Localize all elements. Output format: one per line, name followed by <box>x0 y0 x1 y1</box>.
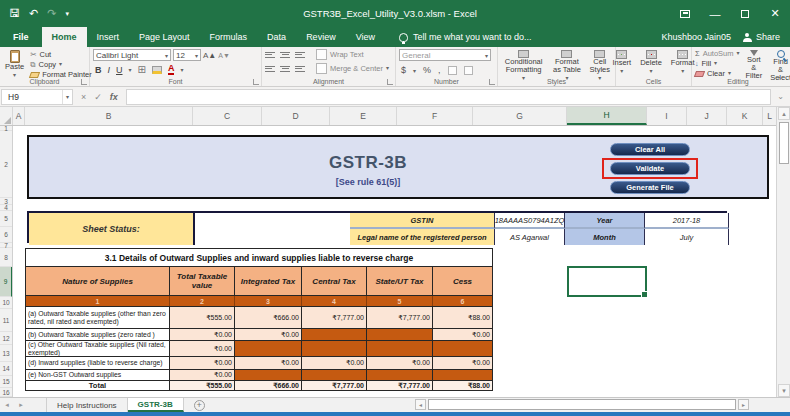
enter-icon[interactable]: ✓ <box>94 92 102 102</box>
maximize-icon[interactable] <box>730 0 760 27</box>
sheet-nav-right-icon[interactable]: ▸ <box>14 398 28 412</box>
align-left-icon[interactable] <box>265 64 275 73</box>
row-header-11[interactable]: 11 <box>0 309 12 332</box>
row-header-2[interactable]: 2 <box>0 131 12 198</box>
font-size-combo[interactable]: 12▾ <box>173 49 201 61</box>
font-name-combo[interactable]: Calibri Light▾ <box>93 49 171 61</box>
minimize-icon[interactable]: — <box>700 0 730 27</box>
align-center-icon[interactable] <box>280 64 290 73</box>
column-header-a[interactable]: A <box>13 107 25 125</box>
row-d-sgst-cell[interactable]: ₹0.00 <box>367 357 433 369</box>
vertical-scrollbar[interactable]: ▴ ▾ <box>776 107 790 397</box>
fill-color-icon[interactable] <box>152 66 162 74</box>
gstin-label-cell[interactable]: GSTIN <box>350 213 495 229</box>
number-format-combo[interactable]: General▾ <box>399 49 491 61</box>
autosum-button[interactable]: ΣAutoSum▾ <box>695 49 740 58</box>
tab-review[interactable]: Review <box>296 27 346 47</box>
legal-name-label-cell[interactable]: Legal name of the registered person <box>350 229 495 245</box>
worksheet[interactable]: 1 2 3 4 5 6 7 8 9 10 11 12 13 14 15 16 G… <box>0 126 776 397</box>
tab-data[interactable]: Data <box>257 27 296 47</box>
row-e-taxable-value-cell[interactable]: ₹0.00 <box>170 370 235 380</box>
row-b-cess-cell[interactable]: ₹0.00 <box>433 329 492 340</box>
insert-function-icon[interactable]: fx <box>110 92 118 102</box>
comma-style-icon[interactable]: , <box>438 65 441 75</box>
ribbon-display-options-icon[interactable] <box>670 0 700 27</box>
clipboard-dialog-launcher-icon[interactable] <box>81 79 87 85</box>
column-header-g[interactable]: G <box>473 107 567 125</box>
close-icon[interactable]: ✕ <box>760 0 790 27</box>
qat-customize-icon[interactable]: ▾ <box>65 8 69 19</box>
align-top-icon[interactable] <box>265 50 275 59</box>
borders-icon[interactable]: ⊞ <box>138 64 146 75</box>
increase-decimal-icon[interactable] <box>448 66 457 75</box>
fill-button[interactable]: ↓Fill▾ <box>695 59 740 68</box>
merge-center-button[interactable]: Merge & Center▾ <box>316 63 389 74</box>
number-dialog-launcher-icon[interactable] <box>489 79 495 85</box>
clear-all-button[interactable]: Clear All <box>610 143 690 156</box>
shrink-font-icon[interactable]: A▼ <box>218 52 230 59</box>
vscroll-down-icon[interactable]: ▾ <box>778 384 790 397</box>
align-middle-icon[interactable] <box>280 50 290 59</box>
sheet-tab-gstr-3b[interactable]: GSTR-3B <box>128 398 184 412</box>
horizontal-scrollbar[interactable]: ◂ ▸ <box>415 399 777 410</box>
month-label-cell[interactable]: Month <box>565 229 645 245</box>
percent-style-icon[interactable]: % <box>423 65 431 75</box>
row-d-igst-cell[interactable]: ₹0.00 <box>235 357 302 369</box>
formula-input[interactable] <box>126 89 771 105</box>
legal-name-value-cell[interactable]: AS Agarwal <box>495 229 565 245</box>
year-value-cell[interactable]: 2017-18 <box>645 213 729 229</box>
decrease-decimal-icon[interactable] <box>464 66 473 75</box>
collapse-ribbon-icon[interactable]: ⌃ <box>776 76 782 84</box>
month-value-cell[interactable]: July <box>645 229 729 245</box>
align-bottom-icon[interactable] <box>295 50 305 59</box>
row-a-igst-cell[interactable]: ₹666.00 <box>235 307 302 328</box>
row-d-cgst-cell[interactable]: ₹0.00 <box>302 357 367 369</box>
row-header-9[interactable]: 9 <box>0 267 12 297</box>
tab-file[interactable]: File <box>0 27 42 47</box>
row-a-taxable-value-cell[interactable]: ₹555.00 <box>170 307 235 328</box>
grow-font-icon[interactable]: A▲ <box>203 51 216 60</box>
copy-button[interactable]: ⧉Copy ▾ <box>30 60 92 69</box>
undo-icon[interactable]: ↶ <box>29 8 38 19</box>
cancel-icon[interactable]: × <box>81 92 86 102</box>
tell-me-box[interactable]: Tell me what you want to do... <box>399 27 532 47</box>
name-box-caret-icon[interactable]: ▾ <box>62 90 72 104</box>
redo-icon[interactable]: ↷ <box>47 8 56 19</box>
tab-page-layout[interactable]: Page Layout <box>129 27 200 47</box>
column-header-i[interactable]: I <box>647 107 687 125</box>
format-as-table-button[interactable]: Format as Table ▾ <box>550 49 583 76</box>
hscroll-thumb[interactable] <box>428 399 736 410</box>
wrap-text-button[interactable]: Wrap Text <box>316 49 364 60</box>
expand-formula-bar-icon[interactable]: ⌄ <box>771 92 790 101</box>
column-header-j[interactable]: J <box>687 107 727 125</box>
underline-caret-icon[interactable]: ▾ <box>129 66 132 73</box>
column-header-b[interactable]: B <box>25 107 193 125</box>
underline-button[interactable]: U <box>116 65 123 75</box>
tab-insert[interactable]: Insert <box>87 27 130 47</box>
new-sheet-icon[interactable]: + <box>194 400 205 411</box>
delete-cells-button[interactable]: Delete ▾ <box>638 49 664 76</box>
row-a-sgst-cell[interactable]: ₹7,777.00 <box>367 307 433 328</box>
row-d-cess-cell[interactable]: ₹0.00 <box>433 357 492 369</box>
gstin-value-cell[interactable]: 18AAAAS0794A1ZQ <box>495 213 565 229</box>
row-d-taxable-value-cell[interactable]: ₹0.00 <box>170 357 235 369</box>
row-header-10[interactable]: 10 <box>0 297 12 309</box>
column-header-c[interactable]: C <box>193 107 262 125</box>
row-c-taxable-value-cell[interactable]: ₹0.00 <box>170 341 235 356</box>
year-label-cell[interactable]: Year <box>565 213 645 229</box>
row-header-14[interactable]: 14 <box>0 362 12 376</box>
column-header-f[interactable]: F <box>397 107 473 125</box>
row-header-8[interactable]: 8 <box>0 248 12 267</box>
bold-button[interactable]: B <box>95 65 102 75</box>
column-header-l[interactable]: L <box>763 107 776 125</box>
share-button[interactable]: Share <box>743 32 780 42</box>
column-header-d[interactable]: D <box>262 107 330 125</box>
clear-button[interactable]: Clear▾ <box>695 69 740 78</box>
cell-styles-button[interactable]: Cell Styles ▾ <box>588 49 612 76</box>
generate-file-button[interactable]: Generate File <box>610 181 690 194</box>
column-header-e[interactable]: E <box>330 107 397 125</box>
cut-button[interactable]: ✂Cut <box>30 50 92 59</box>
accounting-format-icon[interactable]: $ <box>401 65 406 75</box>
row-b-igst-cell[interactable]: ₹0.00 <box>235 329 302 340</box>
font-color-caret-icon[interactable]: ▾ <box>180 66 183 73</box>
